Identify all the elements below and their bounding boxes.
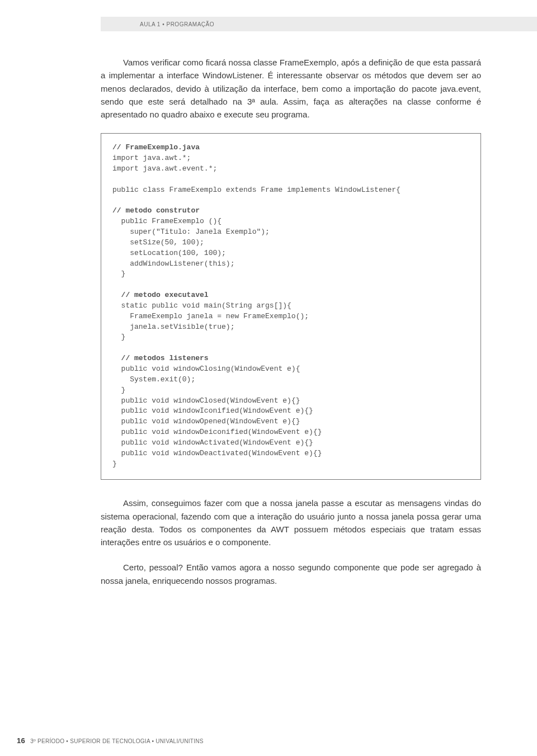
code-line: FrameExemplo janela = new FrameExemplo()… — [112, 312, 309, 320]
code-line: public class FrameExemplo extends Frame … — [112, 186, 401, 194]
code-line: setSize(50, 100); — [112, 238, 204, 247]
code-line: public void windowActivated(WindowEvent … — [112, 438, 313, 447]
code-line: } — [112, 333, 125, 341]
code-line: public void windowDeiconified(WindowEven… — [112, 428, 322, 436]
code-line: addWindowListener(this); — [112, 259, 234, 268]
code-line: public void windowClosed(WindowEvent e){… — [112, 396, 300, 405]
code-line: // metodo executavel — [112, 291, 209, 299]
paragraph-2: Assim, conseguimos fazer com que a nossa… — [101, 497, 481, 549]
code-line: public FrameExemplo (){ — [112, 217, 222, 225]
code-line: import java.awt.event.*; — [112, 164, 217, 173]
header-text: AULA 1 • PROGRAMAÇÃO — [140, 21, 214, 27]
code-line: System.exit(0); — [112, 375, 195, 384]
code-line: public void windowClosing(WindowEvent e)… — [112, 365, 300, 373]
page-header: AULA 1 • PROGRAMAÇÃO — [101, 17, 537, 31]
code-line: } — [112, 270, 125, 278]
code-line: super("Titulo: Janela Exemplo"); — [112, 228, 270, 236]
code-listing: // FrameExemplo.java import java.awt.*; … — [112, 143, 469, 469]
page-number: 16 — [17, 736, 25, 745]
code-line: public void windowOpened(WindowEvent e){… — [112, 417, 300, 426]
code-line: } — [112, 386, 125, 394]
code-line: } — [112, 460, 117, 468]
code-line: setLocation(100, 100); — [112, 249, 226, 257]
code-line: // FrameExemplo.java — [112, 143, 200, 152]
code-line: janela.setVisible(true); — [112, 323, 234, 331]
code-line: public void windowDeactivated(WindowEven… — [112, 449, 322, 457]
code-line: import java.awt.*; — [112, 154, 191, 162]
code-box: // FrameExemplo.java import java.awt.*; … — [101, 133, 481, 480]
code-line: public void windowIconified(WindowEvent … — [112, 407, 313, 415]
code-line: // metodos listeners — [112, 354, 209, 362]
page-footer: 16 3º PERÍODO • SUPERIOR DE TECNOLOGIA •… — [17, 736, 204, 745]
code-line: // metodo construtor — [112, 206, 200, 215]
footer-text: 3º PERÍODO • SUPERIOR DE TECNOLOGIA • UN… — [30, 738, 204, 744]
main-content: Vamos verificar como ficará nossa classe… — [101, 56, 481, 599]
code-line: static public void main(String args[]){ — [112, 301, 291, 310]
paragraph-3: Certo, pessoal? Então vamos agora a noss… — [101, 561, 481, 587]
paragraph-1: Vamos verificar como ficará nossa classe… — [101, 56, 481, 121]
